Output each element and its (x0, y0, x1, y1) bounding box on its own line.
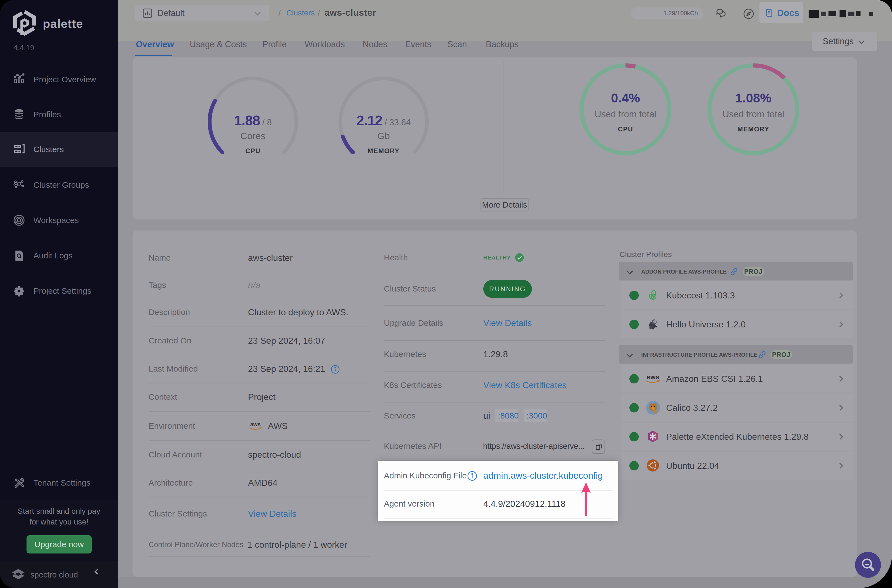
svg-text:aws: aws (250, 421, 261, 428)
svg-text:aws: aws (647, 373, 659, 381)
